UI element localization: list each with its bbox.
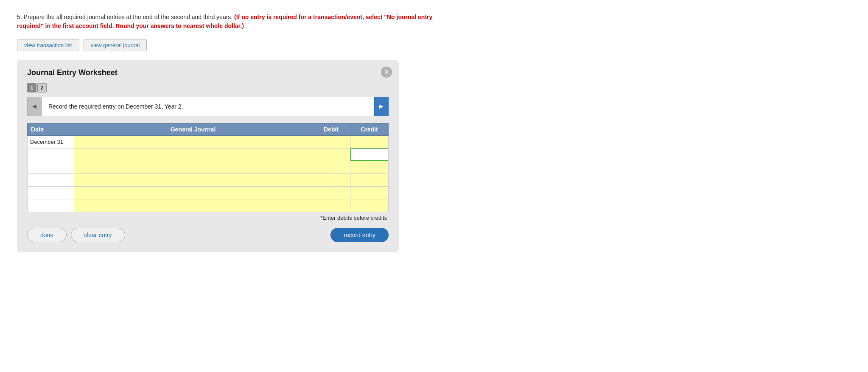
- credit-input-6[interactable]: [350, 199, 388, 212]
- nav-left-arrow[interactable]: ◄: [27, 97, 42, 116]
- credit-input-2[interactable]: [350, 148, 388, 161]
- page-tab-1[interactable]: 1: [27, 83, 36, 92]
- gj-cell-2[interactable]: [74, 148, 312, 161]
- clear-entry-button[interactable]: clear entry: [71, 228, 125, 242]
- table-row: [28, 148, 389, 161]
- journal-entry-worksheet: Journal Entry Worksheet X 1 2 ◄ Record t…: [17, 60, 399, 252]
- col-header-debit: Debit: [312, 123, 350, 136]
- instruction-number: 5.: [17, 14, 22, 20]
- credit-input-5[interactable]: [350, 187, 388, 199]
- view-transaction-list-button[interactable]: view transaction list: [17, 39, 79, 51]
- done-button[interactable]: done: [27, 228, 67, 242]
- debit-cell-3[interactable]: [312, 161, 350, 174]
- col-header-date: Date: [28, 123, 74, 136]
- worksheet-title: Journal Entry Worksheet: [27, 68, 389, 77]
- credit-cell-1[interactable]: [350, 136, 389, 148]
- credit-cell-5[interactable]: [350, 187, 389, 199]
- gj-cell-4[interactable]: [74, 174, 312, 187]
- instructions: 5. Prepare the all required journal entr…: [17, 13, 441, 31]
- date-cell-1: December 31: [28, 136, 74, 148]
- close-button[interactable]: X: [381, 67, 392, 78]
- top-buttons-row: view transaction list view general journ…: [17, 39, 851, 51]
- credit-cell-3[interactable]: [350, 161, 389, 174]
- credit-cell-2[interactable]: [350, 148, 389, 161]
- gj-input-3[interactable]: [74, 161, 312, 173]
- col-header-general-journal: General Journal: [74, 123, 312, 136]
- page-tab-2[interactable]: 2: [37, 83, 47, 92]
- date-cell-5: [28, 187, 74, 199]
- debit-cell-2[interactable]: [312, 148, 350, 161]
- gj-input-5[interactable]: [74, 187, 312, 199]
- debit-cell-6[interactable]: [312, 199, 350, 212]
- debit-input-4[interactable]: [312, 174, 350, 186]
- credit-input-3[interactable]: [350, 161, 388, 173]
- table-row: [28, 187, 389, 199]
- debit-cell-1[interactable]: [312, 136, 350, 148]
- date-cell-2: [28, 148, 74, 161]
- table-row: December 31: [28, 136, 389, 148]
- instruction-text: Prepare the all required journal entries…: [24, 14, 233, 20]
- nav-right-arrow[interactable]: ►: [374, 97, 389, 116]
- gj-input-1[interactable]: [74, 136, 312, 148]
- debit-input-5[interactable]: [312, 187, 350, 199]
- enter-debits-note: *Enter debits before credits: [27, 215, 389, 221]
- gj-input-6[interactable]: [74, 199, 312, 212]
- view-general-journal-button[interactable]: view general journal: [84, 39, 147, 51]
- entry-instruction: Record the required entry on December 31…: [42, 97, 374, 116]
- gj-cell-1[interactable]: [74, 136, 312, 148]
- credit-cell-4[interactable]: [350, 174, 389, 187]
- record-entry-button[interactable]: record entry: [330, 228, 389, 242]
- gj-input-2[interactable]: [74, 148, 312, 161]
- date-cell-4: [28, 174, 74, 187]
- gj-cell-3[interactable]: [74, 161, 312, 174]
- col-header-credit: Credit: [350, 123, 389, 136]
- debit-cell-5[interactable]: [312, 187, 350, 199]
- table-row: [28, 199, 389, 212]
- credit-input-4[interactable]: [350, 174, 388, 186]
- debit-input-3[interactable]: [312, 161, 350, 173]
- debit-input-2[interactable]: [312, 148, 350, 161]
- table-row: [28, 174, 389, 187]
- bottom-buttons-row: done clear entry record entry: [27, 228, 389, 242]
- date-cell-6: [28, 199, 74, 212]
- debit-input-1[interactable]: [312, 136, 350, 148]
- gj-input-4[interactable]: [74, 174, 312, 186]
- gj-cell-6[interactable]: [74, 199, 312, 212]
- page-tabs: 1 2: [27, 83, 389, 92]
- journal-table: Date General Journal Debit Credit Decemb…: [27, 123, 389, 212]
- date-cell-3: [28, 161, 74, 174]
- table-row: [28, 161, 389, 174]
- credit-input-1[interactable]: [350, 136, 388, 148]
- navigation-row: ◄ Record the required entry on December …: [27, 97, 389, 116]
- debit-cell-4[interactable]: [312, 174, 350, 187]
- gj-cell-5[interactable]: [74, 187, 312, 199]
- credit-cell-6[interactable]: [350, 199, 389, 212]
- debit-input-6[interactable]: [312, 199, 350, 212]
